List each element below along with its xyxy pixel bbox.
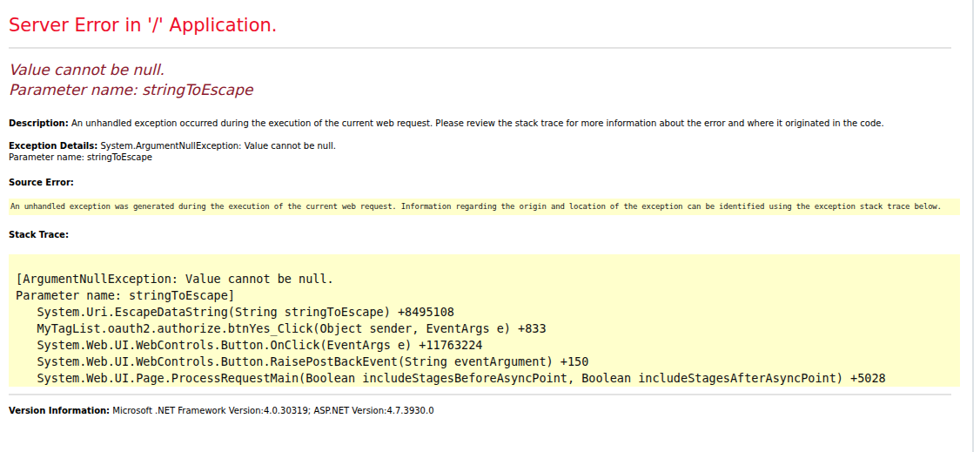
source-error-box: An unhandled exception was generated dur… xyxy=(9,199,960,215)
version-information-label: Version Information: xyxy=(9,406,110,415)
description-label: Description: xyxy=(9,118,69,128)
exception-details-text: System.ArgumentNullException: Value cann… xyxy=(100,141,335,151)
exception-message-line2: Parameter name: stringToEscape xyxy=(9,80,960,100)
stack-trace-box: [ArgumentNullException: Value cannot be … xyxy=(9,254,960,387)
source-error-label: Source Error: xyxy=(9,177,960,188)
top-divider xyxy=(9,47,951,49)
version-information: Version Information: Microsoft .NET Fram… xyxy=(9,405,960,416)
stack-trace-label: Stack Trace: xyxy=(9,229,960,240)
exception-message: Value cannot be null. Parameter name: st… xyxy=(9,60,960,100)
asp-net-error-page: Server Error in '/' Application. Value c… xyxy=(0,0,960,416)
exception-details-line2: Parameter name: stringToEscape xyxy=(9,152,960,163)
description-paragraph: Description: An unhandled exception occu… xyxy=(9,118,960,129)
exception-message-line1: Value cannot be null. xyxy=(9,60,960,80)
version-information-text: Microsoft .NET Framework Version:4.0.303… xyxy=(112,406,433,415)
browser-window-edge xyxy=(972,0,974,452)
description-text: An unhandled exception occurred during t… xyxy=(71,118,884,128)
exception-details-paragraph: Exception Details: System.ArgumentNullEx… xyxy=(9,140,960,163)
page-title: Server Error in '/' Application. xyxy=(9,14,960,37)
exception-details-label: Exception Details: xyxy=(9,141,97,151)
bottom-divider xyxy=(9,394,951,395)
exception-details-line1: Exception Details: System.ArgumentNullEx… xyxy=(9,140,960,152)
stack-trace-text: [ArgumentNullException: Value cannot be … xyxy=(9,254,960,387)
